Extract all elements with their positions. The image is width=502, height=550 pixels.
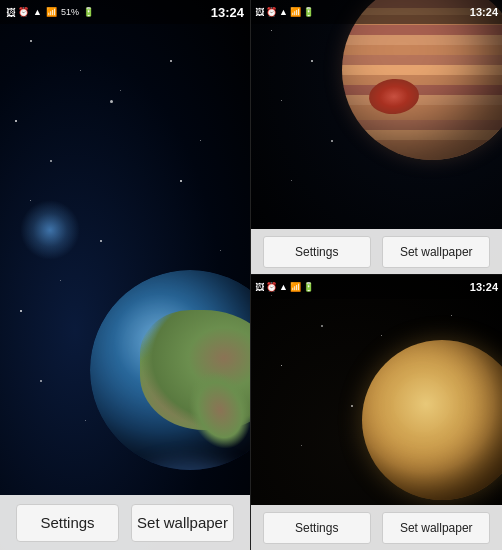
time-right-top: 13:24 (470, 6, 498, 18)
wifi-icon: ▲ (33, 7, 42, 17)
alarm-icon-rb: ⏰ (266, 282, 277, 292)
set-wallpaper-button-left[interactable]: Set wallpaper (131, 504, 235, 542)
alarm-icon: ⏰ (18, 7, 29, 17)
gallery-icon-rt: 🖼 (255, 7, 264, 17)
battery-icon: 🔋 (83, 7, 94, 17)
statusbar-right-bottom: 🖼 ⏰ ▲ 📶 🔋 13:24 (251, 275, 502, 299)
left-panel: 🖼 ⏰ ▲ 📶 51% 🔋 13:24 Settings Set wallpap… (0, 0, 251, 550)
right-bottom-panel: 🖼 ⏰ ▲ 📶 🔋 13:24 Settings Set wallpaper (251, 275, 502, 550)
bottom-buttons-right-top: Settings Set wallpaper (251, 229, 502, 274)
venus-planet (362, 340, 502, 500)
right-top-panel: 🖼 ⏰ ▲ 📶 🔋 13:24 Settings Set wallpaper (251, 0, 502, 275)
jupiter-surface (342, 0, 502, 160)
bottom-buttons-left: Settings Set wallpaper (0, 495, 250, 550)
statusbar-right-top: 🖼 ⏰ ▲ 📶 🔋 13:24 (251, 0, 502, 24)
bottom-buttons-right-bottom: Settings Set wallpaper (251, 505, 502, 550)
lens-flare (20, 200, 80, 260)
jupiter-planet (342, 0, 502, 160)
statusbar-left: 🖼 ⏰ ▲ 📶 51% 🔋 13:24 (0, 0, 250, 24)
wifi-icon-rb: ▲ (279, 282, 288, 292)
alarm-icon-rt: ⏰ (266, 7, 277, 17)
battery-icon-rb: 🔋 (303, 282, 314, 292)
set-wallpaper-button-right-top[interactable]: Set wallpaper (382, 236, 490, 268)
settings-button-right-bottom[interactable]: Settings (263, 512, 371, 544)
battery-icon-rt: 🔋 (303, 7, 314, 17)
right-panel: 🖼 ⏰ ▲ 📶 🔋 13:24 Settings Set wallpaper (251, 0, 502, 550)
signal-icon-rb: 📶 (290, 282, 301, 292)
settings-button-right-top[interactable]: Settings (263, 236, 371, 268)
time-left: 13:24 (211, 5, 244, 20)
set-wallpaper-button-right-bottom[interactable]: Set wallpaper (382, 512, 490, 544)
signal-icon: 📶 (46, 7, 57, 17)
venus-surface (362, 340, 502, 500)
gallery-icon-rb: 🖼 (255, 282, 264, 292)
settings-button-left[interactable]: Settings (16, 504, 120, 542)
gallery-icon: 🖼 (6, 7, 16, 18)
signal-icon-rt: 📶 (290, 7, 301, 17)
battery-text: 51% (61, 7, 79, 17)
time-right-bottom: 13:24 (470, 281, 498, 293)
wifi-icon-rt: ▲ (279, 7, 288, 17)
status-icons-left: ⏰ ▲ 📶 51% 🔋 (18, 7, 96, 17)
